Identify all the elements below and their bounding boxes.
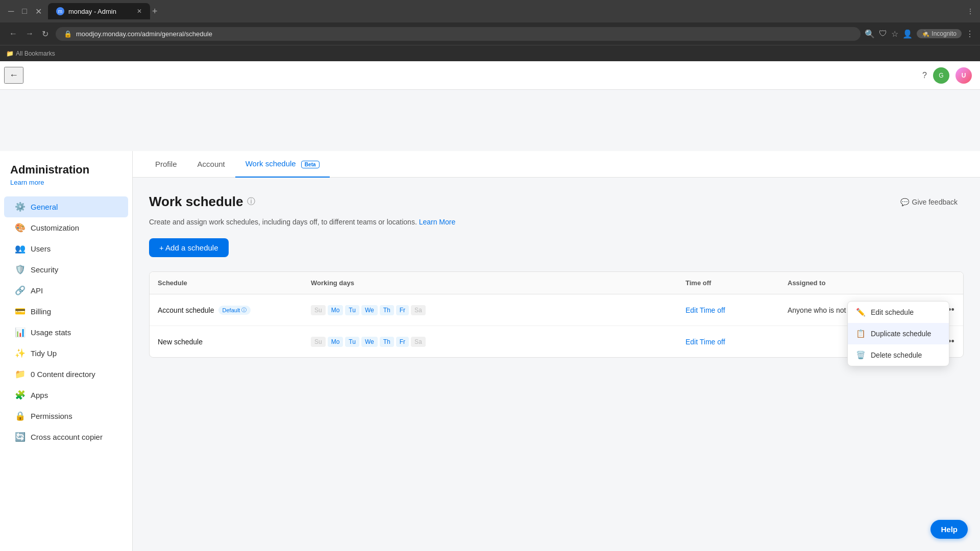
- help-button[interactable]: Help: [930, 520, 968, 539]
- schedule-name-cell: Account schedule Default ⓘ: [150, 297, 303, 323]
- browser-action-icon: ⋮: [967, 7, 974, 15]
- sidebar-item-billing[interactable]: 💳 Billing: [4, 301, 128, 322]
- day-we-2: We: [361, 337, 378, 347]
- learn-more-page-link[interactable]: Learn More: [419, 218, 456, 226]
- day-sa-2: Sa: [411, 337, 426, 347]
- dropdown-menu: ✏️ Edit schedule 📋 Duplicate schedule 🗑️…: [847, 301, 949, 366]
- schedule-name-cell-2: New schedule: [150, 330, 303, 354]
- incognito-label: Incognito: [932, 30, 957, 37]
- api-icon: 🔗: [14, 285, 26, 296]
- page-info-icon[interactable]: ⓘ: [247, 196, 255, 207]
- dropdown-item-delete-schedule[interactable]: 🗑️ Delete schedule: [848, 344, 949, 366]
- beta-badge: Beta: [301, 161, 320, 168]
- menu-dots-icon[interactable]: ⋮: [966, 29, 974, 39]
- permissions-icon: 🔒: [14, 411, 26, 421]
- content-icon: 📁: [14, 369, 26, 380]
- profile-icon[interactable]: 👤: [902, 29, 913, 39]
- avatar-main[interactable]: U: [955, 67, 972, 84]
- time-off-cell-1: Edit Time off: [677, 298, 779, 322]
- dropdown-item-duplicate-schedule[interactable]: 📋 Duplicate schedule: [848, 323, 949, 344]
- sidebar-item-permissions[interactable]: 🔒 Permissions: [4, 406, 128, 427]
- page-title: Work schedule: [149, 194, 243, 210]
- sidebar-item-security[interactable]: 🛡️ Security: [4, 259, 128, 280]
- tab-profile[interactable]: Profile: [145, 152, 187, 178]
- nav-controls: ← → ↻: [6, 27, 52, 41]
- sidebar-item-tidy-up[interactable]: ✨ Tidy Up: [4, 343, 128, 364]
- day-su-2: Su: [311, 337, 326, 347]
- sidebar-item-users[interactable]: 👥 Users: [4, 238, 128, 259]
- sidebar-item-label-general: General: [31, 203, 58, 211]
- tab-close-icon[interactable]: ✕: [137, 8, 142, 15]
- page-header: Work schedule ⓘ 💬 Give feedback: [149, 194, 964, 210]
- table-header: Schedule Working days Time off Assigned …: [150, 272, 963, 294]
- tab-favicon: m: [56, 7, 64, 15]
- sidebar-item-content-directory[interactable]: 📁 0 Content directory: [4, 364, 128, 385]
- add-schedule-button[interactable]: + Add a schedule: [149, 238, 229, 257]
- content-area: Work schedule ⓘ 💬 Give feedback Create a…: [133, 178, 980, 374]
- tab-work-schedule[interactable]: Work schedule Beta: [235, 151, 330, 178]
- page-description: Create and assign work schedules, includ…: [149, 218, 964, 226]
- help-icon-button[interactable]: ?: [922, 71, 927, 80]
- sidebar-item-label-users: Users: [31, 244, 51, 253]
- edit-time-off-button-1[interactable]: Edit Time off: [685, 306, 725, 314]
- sidebar-item-customization[interactable]: 🎨 Customization: [4, 217, 128, 238]
- th-time-off: Time off: [677, 272, 779, 294]
- feedback-icon: 💬: [900, 198, 909, 206]
- th-working-days: Working days: [303, 272, 677, 294]
- schedule-name-2: New schedule: [158, 338, 295, 346]
- sidebar-item-label-permissions: Permissions: [31, 412, 72, 420]
- url-text: moodjoy.monday.com/admin/general/schedul…: [76, 30, 212, 38]
- window-controls[interactable]: ─ □ ✕: [6, 5, 44, 18]
- search-icon[interactable]: 🔍: [865, 29, 875, 39]
- info-badge-icon: ⓘ: [241, 307, 247, 314]
- edit-time-off-button-2[interactable]: Edit Time off: [685, 338, 725, 346]
- sidebar-item-usage-stats[interactable]: 📊 Usage stats: [4, 322, 128, 343]
- sidebar-item-label-security: Security: [31, 265, 58, 274]
- address-bar-row: ← → ↻ 🔒 moodjoy.monday.com/admin/general…: [0, 22, 980, 45]
- day-th-1: Th: [380, 305, 394, 315]
- bookmark-star-icon[interactable]: ☆: [891, 29, 898, 39]
- app-layout: ← ? G U Administration Learn more ⚙️ Gen…: [0, 61, 980, 551]
- day-mo-1: Mo: [328, 305, 344, 315]
- avatar-green: G: [933, 67, 949, 84]
- tab-title: monday - Admin: [68, 8, 116, 15]
- th-assigned-to: Assigned to: [779, 272, 933, 294]
- new-tab-button[interactable]: +: [152, 6, 158, 17]
- sidebar-item-label-customization: Customization: [31, 223, 79, 232]
- dropdown-item-edit-schedule[interactable]: ✏️ Edit schedule: [848, 302, 949, 323]
- sidebar-item-label-cross-account: Cross account copier: [31, 433, 103, 441]
- incognito-badge: 🕵 Incognito: [917, 29, 962, 38]
- schedule-table: Schedule Working days Time off Assigned …: [149, 271, 964, 358]
- address-bar[interactable]: 🔒 moodjoy.monday.com/admin/general/sched…: [56, 27, 861, 41]
- sidebar-item-apps[interactable]: 🧩 Apps: [4, 385, 128, 406]
- main-content: Profile Account Work schedule Beta Work …: [133, 151, 980, 551]
- default-badge: Default ⓘ: [218, 306, 251, 315]
- sidebar-toggle-button[interactable]: ←: [4, 67, 23, 84]
- sidebar: Administration Learn more ⚙️ General 🎨 C…: [0, 151, 133, 551]
- header-right: ? G U: [922, 67, 972, 84]
- close-button[interactable]: ✕: [33, 5, 44, 18]
- sidebar-item-cross-account[interactable]: 🔄 Cross account copier: [4, 427, 128, 447]
- sidebar-item-label-content: 0 Content directory: [31, 370, 95, 379]
- minimize-button[interactable]: ─: [6, 5, 16, 18]
- maximize-button[interactable]: □: [20, 5, 29, 18]
- give-feedback-button[interactable]: 💬 Give feedback: [894, 195, 964, 209]
- forward-nav-button[interactable]: →: [22, 27, 37, 41]
- sidebar-item-label-apps: Apps: [31, 391, 48, 399]
- back-nav-button[interactable]: ←: [6, 27, 20, 41]
- table-row: New schedule Su Mo Tu We Th Fr Sa: [150, 326, 963, 357]
- day-sa-1: Sa: [411, 305, 426, 315]
- sidebar-item-label-tidy: Tidy Up: [31, 349, 57, 358]
- learn-more-link[interactable]: Learn more: [0, 179, 132, 196]
- customization-icon: 🎨: [14, 222, 26, 233]
- sidebar-title: Administration: [0, 163, 132, 179]
- sidebar-item-api[interactable]: 🔗 API: [4, 280, 128, 301]
- sidebar-item-label-api: API: [31, 286, 43, 295]
- reload-button[interactable]: ↻: [39, 27, 52, 41]
- extension-icon[interactable]: 🛡: [879, 29, 887, 38]
- tab-account[interactable]: Account: [187, 152, 235, 178]
- th-schedule: Schedule: [150, 272, 303, 294]
- sidebar-item-general[interactable]: ⚙️ General: [4, 196, 128, 217]
- active-tab[interactable]: m monday - Admin ✕: [48, 3, 150, 19]
- header-bar: ← ? G U: [0, 61, 980, 90]
